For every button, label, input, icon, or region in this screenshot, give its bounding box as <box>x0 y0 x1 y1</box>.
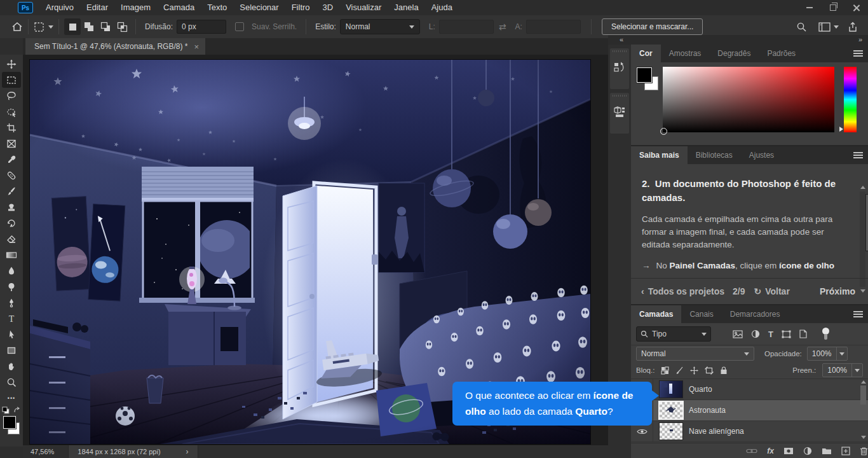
layer-styles-icon[interactable]: fx <box>767 447 774 455</box>
menu-ajuda[interactable]: Ajuda <box>425 0 459 15</box>
menu-visualizar[interactable]: Visualizar <box>339 0 388 15</box>
scroll-up-icon[interactable] <box>861 380 866 384</box>
filter-pixel-layers-icon[interactable] <box>733 330 743 338</box>
antialias-checkbox[interactable] <box>235 22 244 31</box>
add-selection-mode-button[interactable] <box>81 18 97 35</box>
layers-scrollbar[interactable] <box>860 379 867 440</box>
status-options-chevron[interactable]: › <box>186 447 189 456</box>
lock-all-icon[interactable] <box>720 366 728 375</box>
height-input[interactable] <box>526 20 581 34</box>
tab-bibliotecas[interactable]: Bibliotecas <box>688 146 741 164</box>
move-tool[interactable] <box>2 56 21 72</box>
history-panel-button[interactable] <box>610 48 629 89</box>
history-brush-tool[interactable] <box>2 215 21 231</box>
brush-tool[interactable] <box>2 183 21 199</box>
dodge-tool[interactable] <box>2 279 21 295</box>
restore-button[interactable] <box>821 0 844 15</box>
menu-janela[interactable]: Janela <box>388 0 424 15</box>
tab-cor[interactable]: Cor <box>631 45 661 62</box>
scrollbar-thumb[interactable] <box>865 194 868 251</box>
layer-thumbnail[interactable] <box>659 380 683 398</box>
filter-type-layers-icon[interactable]: T <box>768 330 773 339</box>
menu-editar[interactable]: Editar <box>80 0 114 15</box>
filter-shape-layers-icon[interactable] <box>782 330 791 338</box>
swap-colors-icon[interactable] <box>13 406 21 414</box>
fill-field[interactable]: 100% <box>822 363 863 377</box>
color-picker-marker[interactable] <box>660 128 667 135</box>
saturation-brightness-field[interactable] <box>663 67 834 132</box>
menu-imagem[interactable]: Imagem <box>114 0 157 15</box>
menu-camada[interactable]: Camada <box>157 0 201 15</box>
hand-tool[interactable] <box>2 358 21 374</box>
blur-tool[interactable] <box>2 263 21 279</box>
foreground-color-swatch[interactable] <box>3 416 16 429</box>
scroll-down-icon[interactable] <box>861 436 866 439</box>
eyedropper-tool[interactable] <box>2 151 21 167</box>
all-projects-button[interactable]: ‹ Todos os projetos <box>641 286 724 296</box>
search-button[interactable] <box>796 22 807 32</box>
properties-panel-button[interactable] <box>610 93 629 134</box>
layer-mask-icon[interactable] <box>783 447 794 455</box>
default-colors-icon[interactable] <box>2 406 10 414</box>
new-group-icon[interactable] <box>822 447 832 455</box>
gradient-tool[interactable] <box>2 247 21 263</box>
tab-demarcadores[interactable]: Demarcadores <box>722 305 789 323</box>
tab-ajustes[interactable]: Ajustes <box>741 146 782 164</box>
menu-filtro[interactable]: Filtro <box>285 0 316 15</box>
tab-saiba-mais[interactable]: Saiba mais <box>631 146 688 164</box>
tab-degrades[interactable]: Degradês <box>709 45 759 62</box>
intersect-selection-mode-button[interactable] <box>114 18 130 35</box>
link-layers-icon[interactable] <box>746 448 757 454</box>
tab-close-icon[interactable]: × <box>194 42 199 52</box>
type-tool[interactable]: T <box>2 310 21 326</box>
new-layer-icon[interactable] <box>841 447 850 455</box>
layer-filter-select[interactable]: Tipo <box>636 326 711 342</box>
zoom-tool[interactable] <box>2 374 21 390</box>
tab-amostras[interactable]: Amostras <box>661 45 710 62</box>
filter-toggle[interactable] <box>822 328 829 340</box>
workspace-switcher[interactable] <box>818 22 839 32</box>
tab-camadas[interactable]: Camadas <box>631 305 681 323</box>
rectangle-tool[interactable] <box>2 342 21 358</box>
eraser-tool[interactable] <box>2 231 21 247</box>
healing-brush-tool[interactable] <box>2 167 21 183</box>
layer-row-astronauta[interactable]: Astronauta <box>631 400 868 421</box>
lock-transparency-icon[interactable] <box>661 366 669 375</box>
panel-menu-icon[interactable] <box>853 311 863 317</box>
hue-slider-marker[interactable] <box>839 127 843 132</box>
collapse-dock-right-icon[interactable]: » <box>858 36 862 43</box>
rectangular-marquee-tool[interactable] <box>2 72 21 88</box>
layer-thumbnail[interactable] <box>659 422 683 440</box>
hue-slider[interactable] <box>844 67 857 132</box>
adjustment-layer-icon[interactable] <box>803 447 812 455</box>
tab-canais[interactable]: Canais <box>681 305 721 323</box>
opacity-field[interactable]: 100% <box>807 347 848 361</box>
style-select[interactable]: Normal <box>340 19 420 34</box>
panel-menu-icon[interactable] <box>853 50 863 57</box>
menu-arquivo[interactable]: Arquivo <box>39 0 80 15</box>
filter-smart-objects-icon[interactable] <box>799 330 807 338</box>
feather-input[interactable]: 0 px <box>177 20 226 34</box>
subtract-selection-mode-button[interactable] <box>97 18 114 35</box>
scrollbar-thumb[interactable] <box>860 385 866 405</box>
tool-preset-button[interactable] <box>34 22 53 32</box>
pen-tool[interactable] <box>2 295 21 310</box>
lasso-tool[interactable] <box>2 88 21 104</box>
clone-stamp-tool[interactable] <box>2 199 21 215</box>
select-and-mask-button[interactable]: Selecionar e mascarar... <box>602 18 703 35</box>
back-button[interactable]: ↻ Voltar <box>754 286 789 296</box>
swap-dimensions-icon[interactable]: ⇄ <box>499 22 506 32</box>
filter-adjustment-layers-icon[interactable] <box>751 330 760 338</box>
lock-pixels-icon[interactable] <box>675 366 684 375</box>
scroll-up-icon[interactable] <box>860 186 865 189</box>
next-button[interactable]: Próximo <box>820 286 855 296</box>
menu-texto[interactable]: Texto <box>201 0 233 15</box>
layer-row-nave-alienigena[interactable]: Nave alienígena <box>631 421 868 442</box>
panel-menu-icon[interactable] <box>853 152 863 158</box>
collapse-dock-left-icon[interactable]: « <box>620 36 623 43</box>
tab-padroes[interactable]: Padrões <box>759 45 804 62</box>
new-selection-mode-button[interactable] <box>64 18 81 35</box>
width-input[interactable] <box>439 20 494 34</box>
minimize-button[interactable] <box>797 0 821 15</box>
lock-artboard-icon[interactable] <box>705 366 714 375</box>
